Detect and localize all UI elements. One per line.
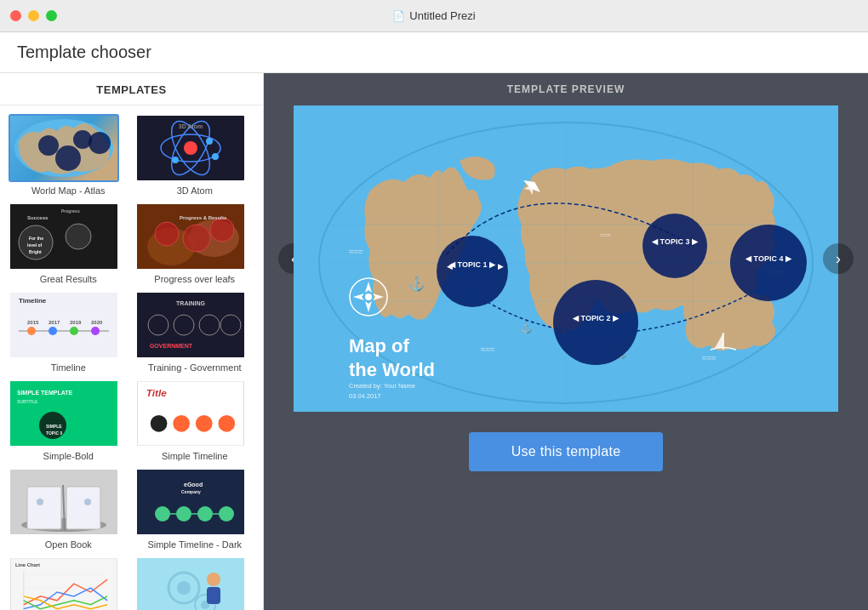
svg-text:◀ TOPIC 4 ▶: ◀ TOPIC 4 ▶ <box>745 254 792 263</box>
svg-text:2017: 2017 <box>49 320 60 325</box>
svg-point-64 <box>84 499 91 505</box>
training-gov-thumb-svg: GOVERNMENT TRAINING <box>137 293 244 357</box>
maximize-button[interactable] <box>46 10 57 21</box>
simple-bold-thumb-svg: SIMPLE TEMPLATE SUBTITLE SIMPLE TOPIC 0 <box>10 381 117 446</box>
template-label-timeline: Timeline <box>9 362 128 373</box>
template-thumb-open-book <box>9 468 119 536</box>
svg-text:≈≈≈: ≈≈≈ <box>600 231 612 239</box>
template-item-line-chart[interactable]: Line Chart <box>9 556 128 610</box>
template-thumb-line-chart: Line Chart <box>9 556 119 610</box>
simple-dark-thumb-svg: eGood Company <box>137 470 244 534</box>
svg-text:Timeline: Timeline <box>19 297 47 305</box>
svg-rect-65 <box>137 470 244 534</box>
template-thumb-progress-leafs: Progress & Results <box>135 202 246 271</box>
svg-text:SIMPLE TEMPLATE: SIMPLE TEMPLATE <box>17 390 73 396</box>
app-header: Template chooser <box>0 32 868 73</box>
svg-rect-61 <box>66 487 100 529</box>
svg-point-119 <box>730 225 807 301</box>
template-item-simple-timeline[interactable]: Title Simple Timeline <box>135 379 255 461</box>
svg-point-32 <box>49 327 57 335</box>
svg-text:Map of: Map of <box>349 335 410 356</box>
svg-text:▶: ▶ <box>498 262 504 271</box>
svg-point-54 <box>150 415 167 432</box>
great-results-thumb-svg: Success Progress For the level of Bright <box>10 204 117 269</box>
template-item-progress-leafs[interactable]: Progress & Results Progress over leafs <box>135 202 255 284</box>
template-label-great-results: Great Results <box>9 274 128 284</box>
svg-point-1 <box>38 135 59 156</box>
svg-text:3D Atom: 3D Atom <box>178 123 203 129</box>
sidebar: TEMPLATES World <box>0 73 264 610</box>
svg-text:TOPIC 0: TOPIC 0 <box>46 430 63 436</box>
progress-leafs-thumb-svg: Progress & Results <box>137 204 244 269</box>
use-template-button[interactable]: Use this template <box>469 432 664 471</box>
main-layout: TEMPLATES World <box>0 73 868 610</box>
template-label-simple-bold: Simple-Bold <box>9 451 128 461</box>
svg-text:Progress: Progress <box>61 208 80 214</box>
svg-text:◀: ◀ <box>447 262 453 271</box>
file-icon: 📄 <box>392 10 405 22</box>
svg-text:Title: Title <box>146 387 166 399</box>
next-arrow[interactable]: › <box>823 243 854 274</box>
svg-point-31 <box>27 327 36 335</box>
svg-point-115 <box>553 280 638 365</box>
template-label-world-map: World Map - Atlas <box>9 185 128 196</box>
svg-text:2020: 2020 <box>91 320 103 325</box>
svg-text:◀ TOPIC 3 ▶: ◀ TOPIC 3 ▶ <box>651 237 699 246</box>
svg-point-11 <box>212 153 219 160</box>
svg-text:2019: 2019 <box>70 320 82 325</box>
template-thumb-simple-bold: SIMPLE TEMPLATE SUBTITLE SIMPLE TOPIC 0 <box>9 379 119 448</box>
template-thumb-3d-atom: 3D Atom <box>135 114 246 182</box>
svg-text:level of: level of <box>27 242 43 248</box>
window-title-text: Untitled Prezi <box>409 9 475 22</box>
svg-rect-86 <box>207 587 220 604</box>
svg-point-20 <box>66 224 91 249</box>
template-item-3d-atom[interactable]: 3D Atom 3D Atom <box>135 114 255 196</box>
svg-text:Success: Success <box>27 215 49 220</box>
template-thumb-simple-dark: eGood Company <box>135 468 246 536</box>
svg-point-55 <box>173 415 190 432</box>
template-label-training-gov: Training - Government <box>135 362 255 373</box>
svg-point-2 <box>55 145 81 171</box>
template-item-world-map[interactable]: World Map - Atlas <box>9 114 128 196</box>
template-item-open-book[interactable]: Open Book <box>9 468 128 550</box>
template-thumb-world-map <box>9 114 119 182</box>
template-label-progress-leafs: Progress over leafs <box>135 274 255 284</box>
svg-text:Created by: Your Name: Created by: Your Name <box>349 382 415 390</box>
svg-point-63 <box>37 499 43 505</box>
svg-point-26 <box>210 218 234 242</box>
svg-point-4 <box>89 132 111 154</box>
template-item-great-results[interactable]: Success Progress For the level of Bright… <box>9 202 128 284</box>
svg-text:◀ TOPIC 2 ▶: ◀ TOPIC 2 ▶ <box>572 314 620 322</box>
open-book-thumb-svg <box>10 470 117 534</box>
svg-text:TRAINING: TRAINING <box>176 300 205 306</box>
timeline-thumb-svg: Timeline 2015 2017 2019 2020 <box>10 293 117 357</box>
template-item-future[interactable]: Future <box>135 556 255 610</box>
svg-point-117 <box>642 214 707 278</box>
svg-text:Bright: Bright <box>29 249 42 254</box>
svg-point-56 <box>195 415 212 432</box>
templates-grid: World Map - Atlas 3D Atom <box>0 105 263 610</box>
template-label-open-book: Open Book <box>9 539 128 550</box>
svg-text:◀ TOPIC 1 ▶: ◀ TOPIC 1 ▶ <box>448 260 496 269</box>
template-item-timeline[interactable]: Timeline 2015 2017 2019 2020 <box>9 291 128 373</box>
svg-text:Company: Company <box>181 489 201 494</box>
svg-text:≈≈≈: ≈≈≈ <box>481 345 495 354</box>
preview-header: TEMPLATE PREVIEW <box>264 73 868 105</box>
svg-text:≈≈≈: ≈≈≈ <box>702 353 717 362</box>
atom-thumb-svg: 3D Atom <box>137 116 244 180</box>
map-preview: ≈≈≈ ≈≈≈ ≈≈≈ ≈≈≈ ≈≈≈ <box>294 105 838 412</box>
simple-timeline-thumb-svg: Title <box>138 381 243 446</box>
svg-point-10 <box>172 157 179 163</box>
close-button[interactable] <box>10 10 21 21</box>
template-item-training-gov[interactable]: GOVERNMENT TRAINING Training - Governmen… <box>135 291 255 373</box>
svg-text:For the: For the <box>29 236 43 241</box>
page-title: Template chooser <box>17 43 851 62</box>
svg-point-5 <box>184 141 197 155</box>
template-label-simple-timeline: Simple Timeline <box>135 451 255 461</box>
svg-text:eGood: eGood <box>184 482 203 487</box>
preview-container: ≈≈≈ ≈≈≈ ≈≈≈ ≈≈≈ ≈≈≈ <box>294 105 838 412</box>
minimize-button[interactable] <box>28 10 39 21</box>
template-item-simple-bold[interactable]: SIMPLE TEMPLATE SUBTITLE SIMPLE TOPIC 0 … <box>9 379 128 461</box>
svg-point-24 <box>155 222 179 246</box>
template-item-simple-dark[interactable]: eGood Company Simple Timeline - Dark <box>135 468 255 550</box>
